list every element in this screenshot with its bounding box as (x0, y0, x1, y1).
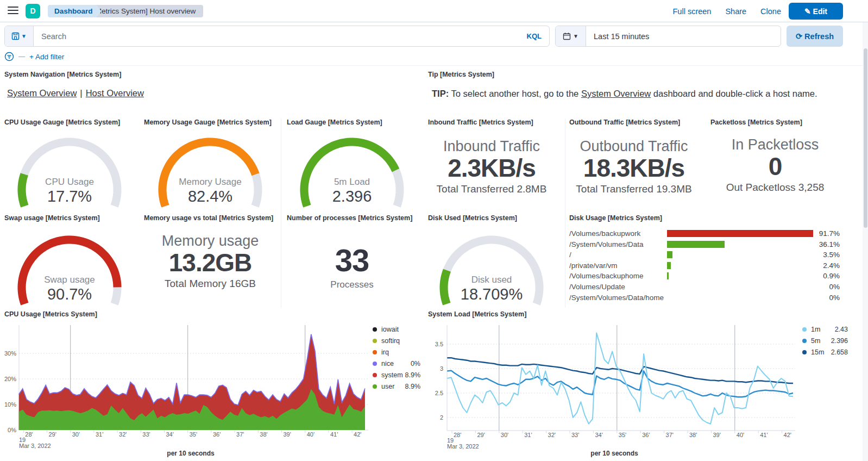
x-axis-label: 31' (524, 432, 532, 438)
gauge-label: Memory Usage (179, 177, 241, 187)
cpu-legend-item-iowait[interactable]: iowait (373, 326, 420, 333)
filter-icon[interactable] (4, 52, 14, 61)
load-legend-item-1m[interactable]: 1m2.43 (802, 326, 848, 333)
cpu-legend-item-softirq[interactable]: softirq (373, 337, 420, 345)
disk-usage-bar (667, 241, 725, 248)
metric-value: 33 (276, 244, 428, 277)
search-input[interactable] (34, 32, 519, 41)
cpu-legend-item-system[interactable]: system8.9% (373, 371, 420, 379)
legend-label: iowait (381, 326, 399, 333)
cpu-legend-item-irq[interactable]: irq (373, 348, 420, 356)
gauge-load: 5m Load2.396 (292, 133, 412, 228)
x-axis-label: 36' (642, 432, 650, 438)
legend-label: 1m (811, 326, 820, 333)
x-axis-label: 39' (713, 432, 720, 438)
breadcrumb-current-page[interactable]: [Metrics System] Host overview (85, 5, 203, 17)
panel-title-cpu-gauge: CPU Usage Gauge [Metrics System] (4, 119, 120, 126)
gauge-value: 2.396 (332, 188, 372, 205)
x-axis-date-label: Mar 3, 2022 (19, 443, 51, 449)
x-axis-label: 37' (666, 432, 674, 438)
legend-label: softirq (381, 337, 400, 345)
legend-dot (802, 350, 807, 354)
legend-label: system (381, 371, 403, 379)
system-navigation-links: System Overview|Host Overview (7, 88, 144, 98)
gauge-svg-load: 5m Load2.396 (292, 133, 412, 228)
x-axis-label: 41' (330, 431, 338, 438)
gauge-svg-cpu: CPU Usage17.7% (10, 133, 129, 228)
edit-button[interactable]: ✎ Edit (789, 3, 843, 20)
legend-label: irq (381, 348, 389, 356)
scrollbar-track[interactable] (863, 22, 868, 461)
x-axis-label: 32' (119, 431, 127, 438)
time-range-value[interactable]: Last 15 minutes (586, 32, 657, 41)
space-avatar[interactable]: D (26, 4, 40, 18)
add-filter-button[interactable]: + Add filter (29, 53, 64, 61)
disk-usage-label: / (569, 250, 678, 260)
gauge-label: Swap usage (44, 275, 95, 285)
cpu-chart-x-axis-title: per 10 seconds (19, 450, 362, 457)
link-host-overview[interactable]: Host Overview (86, 88, 144, 98)
disk-usage-label: /Volumes/Update (569, 282, 678, 292)
cpu-legend-item-nice[interactable]: nice0% (373, 360, 420, 367)
x-axis-label: 28' (25, 431, 33, 438)
tip-text: TIP: To select another host, go to the S… (432, 89, 817, 99)
legend-label: 5m (811, 337, 820, 345)
nav-actions: Full screenShareClone (672, 0, 781, 22)
gauge-value-arc (22, 174, 24, 206)
gauge-value: 18.709% (461, 285, 523, 303)
legend-label: user (381, 383, 394, 390)
nav-action-clone[interactable]: Clone (760, 7, 781, 16)
metric-label: Memory usage (134, 233, 286, 249)
disk-usage-label: /System/Volumes/Data (569, 239, 678, 250)
link-system-overview[interactable]: System Overview (7, 88, 77, 98)
x-axis-label: 38' (689, 432, 697, 438)
menu-hamburger-icon[interactable] (8, 7, 18, 15)
system-load-chart[interactable]: 22.533.528'29'30'31'32'33'34'35'36'37'38… (424, 321, 847, 461)
disk-usage-label: /Volumes/backuphome (569, 271, 678, 282)
load-legend-item-5m[interactable]: 5m2.396 (802, 337, 848, 345)
metric-value: 0 (699, 153, 851, 180)
query-bar-separator (0, 65, 868, 66)
date-quick-select-button[interactable]: ▼ (556, 26, 586, 46)
disk-usage-bar (667, 251, 672, 258)
cpu-legend-item-user[interactable]: user8.9% (373, 383, 420, 390)
filter-divider: — (18, 53, 25, 60)
gauge-memory: Memory Usage82.4% (150, 133, 270, 228)
legend-value: 2.658 (831, 348, 848, 356)
refresh-icon: ⟳ (796, 32, 802, 41)
y-axis-label: 30% (4, 350, 16, 357)
calendar-icon (563, 32, 571, 40)
legend-value: 2.396 (831, 337, 848, 345)
metric-subtitle: Total Transferred 2.8MB (416, 183, 568, 195)
load-legend-item-15m[interactable]: 15m2.658 (802, 348, 848, 356)
panel-title-disk-usage: Disk Usage [Metrics System] (569, 214, 662, 222)
load-chart-x-axis-title: per 10 seconds (442, 450, 787, 457)
x-axis-label: 33' (571, 432, 579, 438)
legend-dot (802, 327, 807, 332)
disk-usage-bar (667, 272, 669, 279)
save-icon (11, 32, 20, 40)
cpu-usage-chart[interactable]: 0%10%20%30%28'29'30'31'32'33'34'35'36'37… (0, 321, 424, 461)
y-axis-label: 10% (4, 401, 16, 408)
legend-value: 8.9% (405, 383, 421, 390)
x-axis-label: 36' (213, 431, 221, 438)
breadcrumb-dashboard[interactable]: Dashboard (48, 5, 102, 17)
nav-action-share[interactable]: Share (725, 7, 746, 16)
kql-button[interactable]: KQL (519, 32, 549, 40)
metric-subtitle: Out Packetloss 3,258 (699, 181, 851, 194)
x-axis-label: 32' (548, 432, 556, 438)
y-axis-label: 3 (440, 365, 443, 372)
legend-dot (373, 339, 377, 343)
nav-action-full-screen[interactable]: Full screen (672, 7, 711, 16)
refresh-button[interactable]: ⟳ Refresh (787, 26, 843, 47)
load-chart-legend: 1m2.435m2.39615m2.658 (802, 326, 848, 360)
gauge-svg-memory: Memory Usage82.4% (150, 133, 270, 228)
y-axis-label: 2 (440, 414, 443, 421)
gauge-value-arc (444, 270, 447, 304)
gauge-value: 82.4% (188, 188, 232, 205)
saved-query-menu-button[interactable]: ▼ (5, 26, 34, 46)
scrollbar-thumb[interactable] (864, 48, 867, 228)
disk-usage-label: /System/Volumes/Data/home (569, 292, 678, 303)
legend-value: 2.43 (835, 326, 848, 333)
tip-system-overview-link[interactable]: System Overview (581, 89, 651, 98)
